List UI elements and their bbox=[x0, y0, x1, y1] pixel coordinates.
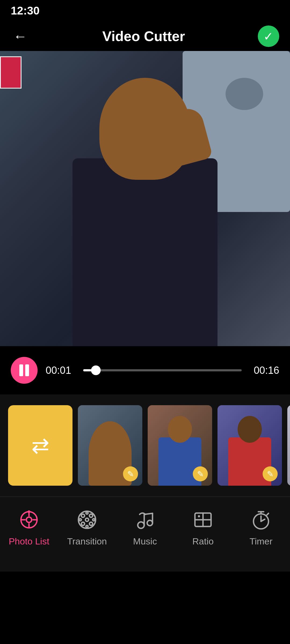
svg-point-14 bbox=[86, 525, 88, 528]
nav-label-photo-list: Photo List bbox=[9, 536, 49, 547]
nav-item-photo-list[interactable]: Photo List bbox=[8, 508, 50, 547]
music-icon bbox=[133, 508, 157, 532]
photo-thumbnail-1[interactable]: ✎ bbox=[78, 405, 142, 486]
nav-label-transition: Transition bbox=[67, 536, 107, 547]
edit-badge-1[interactable]: ✎ bbox=[123, 466, 138, 481]
swap-icon: ⇄ bbox=[31, 433, 49, 458]
edit-icon-3: ✎ bbox=[267, 469, 274, 479]
ratio-icon bbox=[191, 508, 215, 532]
svg-point-12 bbox=[85, 518, 89, 521]
time-current: 00:01 bbox=[46, 365, 75, 376]
svg-point-8 bbox=[81, 514, 85, 517]
svg-point-17 bbox=[138, 522, 144, 528]
nav-item-ratio[interactable]: Ratio bbox=[182, 508, 224, 547]
check-icon: ✓ bbox=[263, 30, 273, 43]
header: ← Video Cutter ✓ bbox=[0, 21, 290, 51]
svg-point-15 bbox=[79, 519, 81, 521]
photo-thumbnail-4[interactable] bbox=[287, 405, 290, 486]
nav-item-timer[interactable]: Timer bbox=[240, 508, 282, 547]
bottom-nav: Photo List Transition bbox=[0, 496, 290, 572]
playback-controls: 00:01 00:16 bbox=[0, 346, 290, 394]
person-body bbox=[73, 158, 218, 346]
edit-icon-1: ✎ bbox=[127, 469, 134, 479]
svg-line-31 bbox=[267, 513, 269, 515]
svg-point-11 bbox=[89, 522, 93, 525]
svg-point-6 bbox=[28, 510, 30, 513]
progress-thumb[interactable] bbox=[91, 365, 101, 375]
timer-icon bbox=[249, 508, 273, 532]
photo-list-icon bbox=[17, 508, 41, 532]
thumbnail-strip bbox=[0, 56, 21, 89]
svg-point-13 bbox=[86, 512, 88, 514]
photo-thumbnail-3[interactable]: ✎ bbox=[218, 405, 282, 486]
edit-badge-3[interactable]: ✎ bbox=[263, 466, 278, 481]
svg-point-1 bbox=[26, 517, 32, 522]
svg-point-18 bbox=[147, 520, 153, 526]
video-preview bbox=[0, 51, 290, 346]
person-figure bbox=[51, 64, 239, 346]
pause-button[interactable] bbox=[11, 357, 38, 384]
nav-label-timer: Timer bbox=[249, 536, 273, 547]
nav-label-ratio: Ratio bbox=[192, 536, 213, 547]
svg-point-9 bbox=[89, 514, 93, 517]
edit-badge-2[interactable]: ✎ bbox=[193, 466, 208, 481]
page-title: Video Cutter bbox=[102, 28, 185, 44]
photo-strip: ⇄ ✎ ✎ ✎ bbox=[0, 394, 290, 496]
nav-item-music[interactable]: Music bbox=[124, 508, 166, 547]
pause-icon bbox=[19, 364, 29, 376]
thumb-person-2-head bbox=[168, 416, 192, 443]
svg-point-10 bbox=[81, 522, 85, 525]
thumb-person-3-head bbox=[238, 416, 262, 443]
svg-point-16 bbox=[93, 519, 95, 521]
status-time: 12:30 bbox=[11, 4, 39, 17]
confirm-button[interactable]: ✓ bbox=[258, 25, 279, 47]
back-button[interactable]: ← bbox=[11, 27, 30, 46]
add-photo-button[interactable]: ⇄ bbox=[8, 405, 73, 486]
svg-point-25 bbox=[198, 515, 200, 517]
edit-icon-2: ✎ bbox=[197, 469, 204, 479]
time-total: 00:16 bbox=[250, 365, 279, 376]
photo-thumbnail-2[interactable]: ✎ bbox=[148, 405, 212, 486]
back-icon: ← bbox=[13, 28, 27, 44]
transition-icon bbox=[75, 508, 99, 532]
nav-item-transition[interactable]: Transition bbox=[66, 508, 108, 547]
status-bar: 12:30 bbox=[0, 0, 290, 21]
nav-label-music: Music bbox=[133, 536, 157, 547]
progress-track[interactable] bbox=[83, 369, 242, 371]
video-frame bbox=[0, 51, 290, 346]
